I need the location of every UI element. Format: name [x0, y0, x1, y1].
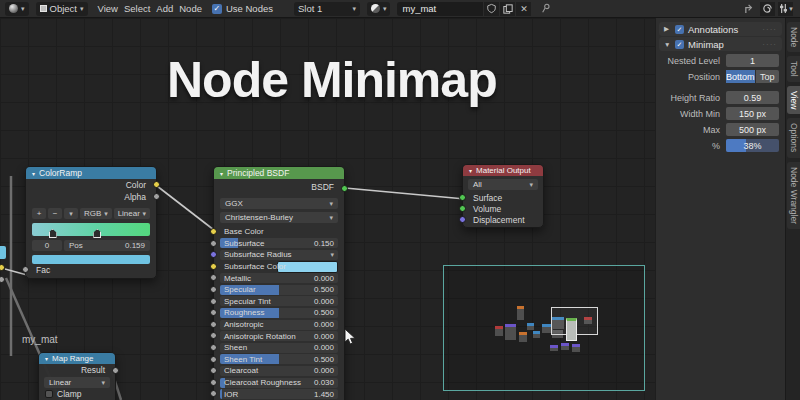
socket[interactable] — [210, 321, 217, 328]
socket[interactable] — [210, 367, 217, 374]
stop-index-field[interactable]: 0 — [32, 240, 62, 251]
param-widget[interactable]: Subsurface Radius — [220, 250, 338, 260]
menu-item[interactable]: View — [95, 3, 121, 14]
drag-grip-icon[interactable]: ···· — [762, 40, 777, 49]
panel-header[interactable]: ▶ Annotations ···· — [659, 22, 782, 36]
socket[interactable] — [210, 332, 217, 339]
remove-stop-button[interactable]: − — [48, 208, 62, 219]
socket[interactable] — [210, 309, 217, 316]
node-principled-bsdf[interactable]: ▾ Principled BSDF BSDF GGX Christensen-B… — [213, 166, 345, 400]
socket[interactable] — [459, 216, 466, 223]
ramp-stop-selected[interactable] — [49, 229, 57, 238]
shader-mode-dropdown[interactable]: Object ▾ — [36, 2, 88, 16]
socket[interactable] — [210, 228, 217, 235]
collapse-icon[interactable]: ▾ — [220, 170, 223, 177]
socket[interactable] — [153, 181, 160, 188]
socket[interactable] — [210, 390, 217, 397]
collapse-icon[interactable]: ▾ — [32, 170, 35, 177]
width-max-field[interactable]: 500 px — [726, 123, 779, 136]
menu-item[interactable]: Select — [121, 3, 153, 14]
node-header[interactable]: ▾ Map Range — [39, 353, 115, 364]
sidebar-tab[interactable]: View — [787, 86, 800, 114]
node-map-range[interactable]: ▾ Map Range Result Linear Clamp — [38, 352, 116, 400]
target-dropdown[interactable]: All — [468, 179, 538, 190]
socket[interactable] — [210, 344, 217, 351]
param-widget[interactable]: IOR 1.450 — [220, 389, 338, 399]
color-mode-dropdown[interactable]: RGB▾ — [80, 208, 112, 219]
checkbox-icon[interactable] — [45, 390, 53, 398]
param-widget[interactable]: Roughness 0.500 — [220, 308, 338, 318]
checkbox-checked-icon[interactable] — [675, 25, 684, 34]
snap-toggle-button[interactable] — [760, 2, 775, 16]
param-widget[interactable]: Specular 0.500 — [220, 285, 338, 295]
stop-position-slider[interactable]: Pos 0.159 — [64, 240, 150, 251]
menu-item[interactable]: Node — [176, 3, 205, 14]
param-widget[interactable]: Specular Tint 0.000 — [220, 296, 338, 306]
param-widget[interactable]: Clearcoat Roughness 0.030 — [220, 378, 338, 388]
param-widget[interactable]: Sheen Tint 0.500 — [220, 354, 338, 364]
checkbox-checked-icon[interactable] — [675, 40, 684, 49]
use-nodes-toggle[interactable]: Use Nodes — [212, 3, 273, 14]
node-colorramp[interactable]: ▾ ColorRamp Color Alpha + − — [25, 166, 157, 279]
position-option-button[interactable]: Bottom — [726, 70, 755, 83]
material-browse-button[interactable]: ▾ — [367, 2, 391, 16]
socket[interactable] — [210, 286, 217, 293]
node-editor-canvas[interactable]: Node Minimap ▾ ColorRamp — [0, 18, 655, 400]
expand-icon[interactable]: ▶ — [664, 25, 671, 33]
pin-button[interactable] — [538, 2, 553, 16]
node-material-output[interactable]: ▾ Material Output All Surface Volume — [462, 164, 544, 228]
param-widget[interactable]: Anisotropic 0.000 — [220, 320, 338, 330]
socket[interactable] — [210, 274, 217, 281]
percent-slider[interactable]: 38% — [726, 139, 779, 152]
drag-grip-icon[interactable]: ···· — [762, 25, 777, 34]
collapse-icon[interactable]: ▾ — [45, 355, 48, 362]
socket[interactable] — [210, 251, 217, 258]
material-name-input[interactable]: my_mat — [397, 2, 483, 16]
sidebar-tab[interactable]: Options — [787, 118, 800, 157]
socket[interactable] — [210, 263, 217, 270]
param-widget[interactable]: Subsurface Color — [220, 262, 338, 272]
sss-method-dropdown[interactable]: Christensen-Burley — [220, 212, 338, 223]
node-header[interactable]: ▾ Material Output — [463, 165, 543, 176]
node-header[interactable]: ▾ Principled BSDF — [214, 167, 344, 179]
socket[interactable] — [459, 194, 466, 201]
param-widget[interactable]: Sheen 0.000 — [220, 343, 338, 353]
collapse-icon[interactable]: ▾ — [469, 167, 472, 174]
editor-type-button[interactable]: ▾ — [5, 2, 29, 16]
add-stop-button[interactable]: + — [32, 208, 46, 219]
ramp-options-button[interactable]: ▾ — [64, 208, 78, 219]
socket[interactable] — [210, 298, 217, 305]
distribution-dropdown[interactable]: GGX — [220, 198, 338, 209]
sidebar-tab[interactable]: Node Wrangler — [787, 162, 800, 229]
unlink-material-button[interactable]: ✕ — [516, 2, 531, 16]
socket[interactable] — [0, 276, 5, 283]
interpolation-dropdown[interactable]: Linear — [44, 377, 110, 388]
node-minimap[interactable] — [443, 265, 645, 391]
socket[interactable] — [0, 264, 5, 271]
sidebar-tab[interactable]: Node — [787, 22, 800, 52]
overlays-popover-button[interactable]: ▾ — [778, 2, 793, 16]
slot-dropdown[interactable]: Slot 1 ▾ — [294, 2, 360, 16]
socket[interactable] — [210, 356, 217, 363]
socket[interactable] — [210, 240, 217, 247]
width-min-field[interactable]: 150 px — [726, 107, 779, 120]
ramp-stop[interactable] — [93, 229, 101, 238]
menu-item[interactable]: Add — [153, 3, 176, 14]
interpolation-dropdown[interactable]: Linear▾ — [114, 208, 150, 219]
param-widget[interactable]: Base Color — [220, 227, 338, 237]
socket[interactable] — [459, 205, 466, 212]
fake-user-button[interactable] — [484, 2, 499, 16]
param-widget[interactable]: Metallic 0.000 — [220, 273, 338, 283]
socket[interactable] — [210, 379, 217, 386]
param-widget[interactable]: Clearcoat 0.000 — [220, 366, 338, 376]
socket[interactable] — [112, 367, 119, 374]
param-widget[interactable]: Anisotropic Rotation 0.000 — [220, 331, 338, 341]
sidebar-tab[interactable]: Tool — [787, 56, 800, 82]
height-ratio-field[interactable]: 0.59 — [726, 91, 779, 104]
clamp-row[interactable]: Clamp — [39, 388, 115, 399]
socket[interactable] — [341, 185, 348, 192]
param-widget[interactable]: Subsurface 0.150 — [220, 238, 338, 248]
socket[interactable] — [153, 193, 160, 200]
realtime-update-button[interactable] — [742, 2, 757, 16]
new-material-button[interactable] — [500, 2, 515, 16]
